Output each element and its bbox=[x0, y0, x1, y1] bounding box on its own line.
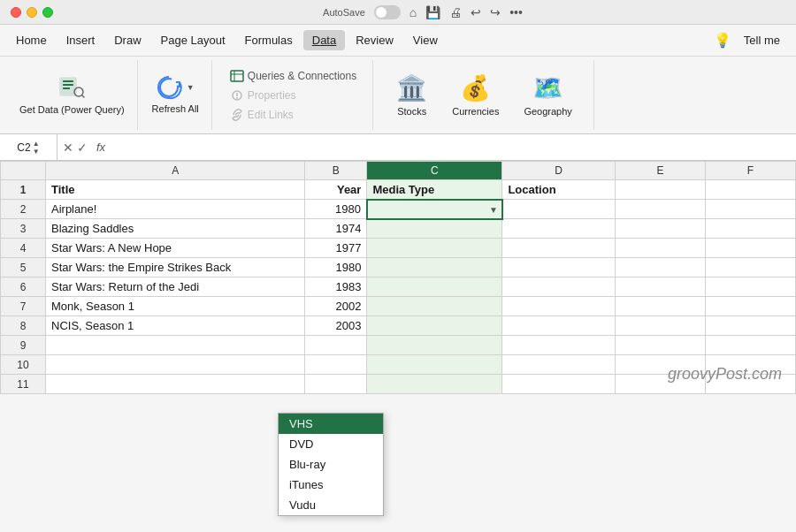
title-icon-home[interactable]: ⌂ bbox=[409, 5, 417, 19]
cell-c10[interactable] bbox=[367, 355, 502, 375]
formula-input[interactable] bbox=[109, 141, 796, 154]
cell-reference[interactable]: C2 ▲ ▼ bbox=[0, 134, 57, 160]
cell-a3[interactable]: Blazing Saddles bbox=[46, 219, 305, 239]
cell-c6[interactable] bbox=[367, 277, 502, 297]
row-num-9[interactable]: 9 bbox=[1, 336, 46, 355]
queries-connections-button[interactable]: Queries & Connections bbox=[225, 67, 362, 85]
cell-e5[interactable] bbox=[615, 258, 705, 277]
cell-a11[interactable] bbox=[46, 375, 305, 394]
title-icon-print[interactable]: 🖨 bbox=[449, 5, 462, 19]
geography-button[interactable]: 🗺️ Geography bbox=[517, 70, 578, 120]
col-header-e[interactable]: E bbox=[615, 162, 705, 180]
cell-d6[interactable] bbox=[502, 277, 616, 297]
cell-c4[interactable] bbox=[367, 239, 502, 258]
cell-a4[interactable]: Star Wars: A New Hope bbox=[46, 239, 305, 258]
menu-view[interactable]: View bbox=[404, 30, 447, 50]
col-header-f[interactable]: F bbox=[705, 162, 795, 180]
cell-e7[interactable] bbox=[615, 297, 705, 316]
cell-a2[interactable]: Airplane! bbox=[46, 200, 305, 219]
dropdown-item-vhs[interactable]: VHS bbox=[279, 414, 383, 434]
cell-c7[interactable] bbox=[367, 297, 502, 316]
title-icon-redo[interactable]: ↪ bbox=[490, 5, 501, 19]
cell-f5[interactable] bbox=[705, 258, 795, 277]
cell-a8[interactable]: NCIS, Season 1 bbox=[46, 316, 305, 336]
cell-f8[interactable] bbox=[705, 316, 795, 336]
get-data-button[interactable]: Get Data (Power Query) bbox=[14, 71, 130, 119]
cell-e6[interactable] bbox=[615, 277, 705, 297]
cell-d5[interactable] bbox=[502, 258, 616, 277]
cell-a7[interactable]: Monk, Season 1 bbox=[46, 297, 305, 316]
dropdown-item-vudu[interactable]: Vudu bbox=[279, 495, 383, 515]
cell-d10[interactable] bbox=[502, 355, 616, 375]
cell-a1[interactable]: Title bbox=[46, 180, 305, 200]
row-num-5[interactable]: 5 bbox=[1, 258, 46, 277]
cell-f9[interactable] bbox=[705, 336, 795, 355]
cell-d4[interactable] bbox=[502, 239, 616, 258]
cell-f1[interactable] bbox=[705, 180, 795, 200]
minimize-button[interactable] bbox=[27, 7, 37, 18]
cell-b7[interactable]: 2002 bbox=[305, 297, 367, 316]
refresh-dropdown-arrow[interactable]: ▼ bbox=[187, 84, 195, 92]
col-header-b[interactable]: B bbox=[305, 162, 367, 180]
cell-c5[interactable] bbox=[367, 258, 502, 277]
cell-c2[interactable]: ▼ bbox=[367, 200, 502, 219]
currencies-button[interactable]: 💰 Currencies bbox=[445, 70, 506, 120]
cell-e8[interactable] bbox=[615, 316, 705, 336]
cell-ref-arrows[interactable]: ▲ ▼ bbox=[33, 140, 40, 156]
row-num-6[interactable]: 6 bbox=[1, 277, 46, 297]
autosave-toggle[interactable] bbox=[374, 5, 401, 19]
menu-review[interactable]: Review bbox=[347, 30, 402, 50]
cell-d1[interactable]: Location bbox=[502, 180, 616, 200]
cell-f7[interactable] bbox=[705, 297, 795, 316]
confirm-formula-icon[interactable]: ✓ bbox=[77, 141, 88, 155]
cell-e10[interactable] bbox=[615, 355, 705, 375]
cell-b2[interactable]: 1980 bbox=[305, 200, 367, 219]
col-header-c[interactable]: C bbox=[367, 162, 502, 180]
cell-d7[interactable] bbox=[502, 297, 616, 316]
dropdown-arrow-c2[interactable]: ▼ bbox=[489, 204, 498, 214]
cell-b3[interactable]: 1974 bbox=[305, 219, 367, 239]
menu-page-layout[interactable]: Page Layout bbox=[152, 30, 234, 50]
row-num-7[interactable]: 7 bbox=[1, 297, 46, 316]
dropdown-item-bluray[interactable]: Blu-ray bbox=[279, 454, 383, 475]
row-num-10[interactable]: 10 bbox=[1, 355, 46, 375]
cell-a9[interactable] bbox=[46, 336, 305, 355]
cell-e2[interactable] bbox=[615, 200, 705, 219]
col-header-a[interactable]: A bbox=[46, 162, 305, 180]
cell-c3[interactable] bbox=[367, 219, 502, 239]
cell-b11[interactable] bbox=[305, 375, 367, 394]
cell-c11[interactable] bbox=[367, 375, 502, 394]
cell-e1[interactable] bbox=[615, 180, 705, 200]
refresh-all-button[interactable]: ▼ Refresh All bbox=[147, 72, 204, 118]
menu-formulas[interactable]: Formulas bbox=[236, 30, 302, 50]
cell-a10[interactable] bbox=[46, 355, 305, 375]
cell-b10[interactable] bbox=[305, 355, 367, 375]
cell-f2[interactable] bbox=[705, 200, 795, 219]
cell-d11[interactable] bbox=[502, 375, 616, 394]
cell-e4[interactable] bbox=[615, 239, 705, 258]
cell-f3[interactable] bbox=[705, 219, 795, 239]
cell-b9[interactable] bbox=[305, 336, 367, 355]
cell-d8[interactable] bbox=[502, 316, 616, 336]
cell-a5[interactable]: Star Wars: the Empire Strikes Back bbox=[46, 258, 305, 277]
menu-draw[interactable]: Draw bbox=[105, 30, 149, 50]
cell-b6[interactable]: 1983 bbox=[305, 277, 367, 297]
row-num-1[interactable]: 1 bbox=[1, 180, 46, 200]
cell-e3[interactable] bbox=[615, 219, 705, 239]
row-num-4[interactable]: 4 bbox=[1, 239, 46, 258]
cell-a6[interactable]: Star Wars: Return of the Jedi bbox=[46, 277, 305, 297]
close-button[interactable] bbox=[11, 7, 21, 18]
cell-f10[interactable] bbox=[705, 355, 795, 375]
cell-c9[interactable] bbox=[367, 336, 502, 355]
row-num-2[interactable]: 2 bbox=[1, 200, 46, 219]
cell-d9[interactable] bbox=[502, 336, 616, 355]
row-num-11[interactable]: 11 bbox=[1, 375, 46, 394]
cell-d3[interactable] bbox=[502, 219, 616, 239]
title-icon-more[interactable]: ••• bbox=[509, 5, 523, 19]
title-icon-save[interactable]: 💾 bbox=[425, 5, 440, 19]
cell-f6[interactable] bbox=[705, 277, 795, 297]
maximize-button[interactable] bbox=[42, 7, 53, 18]
media-type-dropdown[interactable]: VHS DVD Blu-ray iTunes Vudu bbox=[278, 413, 384, 516]
dropdown-item-itunes[interactable]: iTunes bbox=[279, 475, 383, 495]
cell-d2[interactable] bbox=[502, 200, 616, 219]
